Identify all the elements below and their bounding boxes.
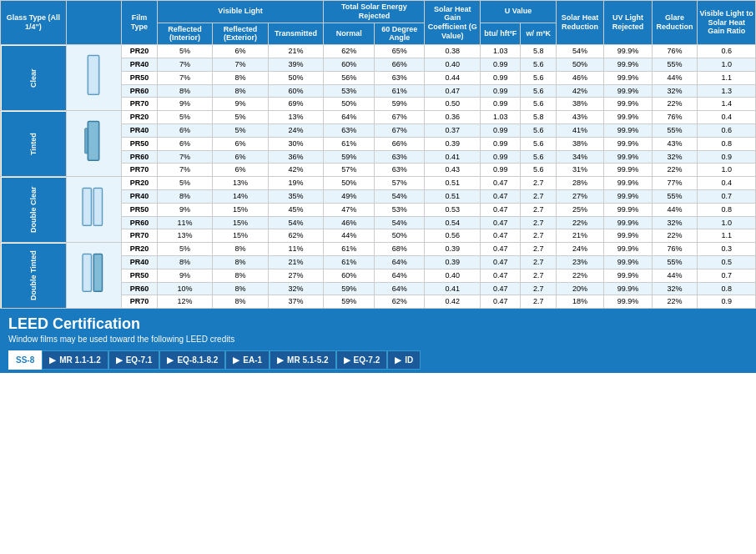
leed-credit-label: EQ-8.1-8.2 bbox=[177, 355, 218, 365]
data-cell-wmk: 2.7 bbox=[521, 269, 556, 282]
data-cell-normal: 61% bbox=[324, 255, 375, 269]
data-cell-trans: 50% bbox=[268, 71, 324, 84]
data-cell-vl_ri: 8% bbox=[157, 189, 213, 203]
glass-type-icon bbox=[66, 111, 122, 177]
leed-credit-item[interactable]: SS-8 bbox=[8, 350, 42, 370]
data-cell-normal: 63% bbox=[324, 123, 375, 137]
leed-arrow-icon: ▶ bbox=[167, 355, 174, 365]
film-type: PR20 bbox=[122, 45, 157, 58]
data-cell-normal: 49% bbox=[324, 189, 375, 203]
col-header-vltsg: Visible Light to Solar Heat Gain Ratio bbox=[698, 1, 756, 45]
leed-credit-item[interactable]: ▶ MR 1.1-1.2 bbox=[42, 350, 108, 370]
data-cell-btu: 0.47 bbox=[481, 255, 521, 269]
data-cell-trans: 60% bbox=[268, 84, 324, 98]
data-cell-wmk: 2.7 bbox=[521, 243, 556, 256]
data-cell-wmk: 2.7 bbox=[521, 177, 556, 190]
data-cell-vltsg: 0.9 bbox=[698, 295, 756, 309]
data-cell-shr: 41% bbox=[556, 123, 604, 137]
leed-credit-item[interactable]: ▶ EQ-8.1-8.2 bbox=[159, 350, 225, 370]
leed-credit-item[interactable]: ▶ ID bbox=[387, 350, 421, 370]
data-cell-glare: 55% bbox=[652, 58, 697, 71]
data-cell-btu: 0.47 bbox=[481, 295, 521, 309]
col-header-uvlr: UV Light Rejected bbox=[604, 1, 653, 45]
data-cell-trans: 62% bbox=[268, 229, 324, 243]
data-cell-vl_ri: 7% bbox=[157, 164, 213, 177]
data-cell-wmk: 2.7 bbox=[521, 229, 556, 243]
data-cell-vltsg: 0.6 bbox=[698, 123, 756, 137]
data-cell-vl_re: 13% bbox=[213, 177, 269, 190]
data-cell-btu: 0.99 bbox=[481, 123, 521, 137]
data-cell-vltsg: 1.3 bbox=[698, 84, 756, 98]
data-cell-shgc: 0.56 bbox=[425, 229, 481, 243]
data-cell-vltsg: 0.8 bbox=[698, 282, 756, 295]
header-row-top: Glass Type (All 1/4") Film Type Visible … bbox=[1, 1, 756, 23]
glass-type-icon bbox=[66, 177, 122, 243]
data-cell-uvlr: 99.9% bbox=[604, 111, 653, 124]
data-cell-vltsg: 0.7 bbox=[698, 269, 756, 282]
col-header-u-value: U Value bbox=[481, 1, 557, 23]
data-cell-btu: 0.47 bbox=[481, 243, 521, 256]
data-cell-glare: 22% bbox=[652, 295, 697, 309]
data-cell-vl_re: 8% bbox=[213, 243, 269, 256]
table-row: Tinted PR205%5%13%64%67%0.361.035.843%99… bbox=[1, 111, 756, 124]
data-cell-trans: 19% bbox=[268, 177, 324, 190]
data-cell-btu: 1.03 bbox=[481, 111, 521, 124]
data-cell-trans: 11% bbox=[268, 243, 324, 256]
leed-arrow-icon: ▶ bbox=[395, 355, 401, 365]
data-cell-vl_ri: 13% bbox=[157, 229, 213, 243]
data-cell-shr: 34% bbox=[556, 150, 604, 164]
film-type: PR50 bbox=[122, 269, 157, 282]
data-cell-vl_re: 15% bbox=[213, 216, 269, 229]
data-cell-wmk: 5.6 bbox=[521, 71, 556, 84]
data-cell-vl_ri: 11% bbox=[157, 216, 213, 229]
data-cell-uvlr: 99.9% bbox=[604, 282, 653, 295]
data-cell-shr: 24% bbox=[556, 243, 604, 256]
data-cell-glare: 44% bbox=[652, 269, 697, 282]
table-body: Clear PR205%6%21%62%65%0.381.035.854%99.… bbox=[1, 45, 756, 309]
data-cell-glare: 44% bbox=[652, 203, 697, 216]
data-cell-vl_re: 8% bbox=[213, 255, 269, 269]
data-cell-normal: 61% bbox=[324, 243, 375, 256]
leed-credit-item[interactable]: ▶ EQ-7.2 bbox=[336, 350, 388, 370]
data-cell-vl_re: 8% bbox=[213, 295, 269, 309]
data-cell-glare: 44% bbox=[652, 71, 697, 84]
data-cell-wmk: 5.8 bbox=[521, 111, 556, 124]
data-cell-wmk: 5.6 bbox=[521, 150, 556, 164]
data-cell-normal: 61% bbox=[324, 137, 375, 150]
data-cell-wmk: 2.7 bbox=[521, 255, 556, 269]
leed-credit-item[interactable]: ▶ MR 5.1-5.2 bbox=[270, 350, 335, 370]
data-cell-uvlr: 99.9% bbox=[604, 84, 653, 98]
leed-credit-item[interactable]: ▶ EA-1 bbox=[225, 350, 270, 370]
data-cell-trans: 37% bbox=[268, 295, 324, 309]
data-cell-glare: 76% bbox=[652, 243, 697, 256]
data-cell-shgc: 0.41 bbox=[425, 282, 481, 295]
film-type: PR50 bbox=[122, 203, 157, 216]
data-cell-deg60: 63% bbox=[374, 71, 425, 84]
data-cell-btu: 0.47 bbox=[481, 216, 521, 229]
data-cell-vl_ri: 7% bbox=[157, 58, 213, 71]
data-cell-vltsg: 0.8 bbox=[698, 203, 756, 216]
data-cell-glare: 76% bbox=[652, 111, 697, 124]
leed-arrow-icon: ▶ bbox=[233, 355, 239, 365]
data-cell-vl_re: 15% bbox=[213, 203, 269, 216]
leed-credit-item[interactable]: ▶ EQ-7.1 bbox=[108, 350, 160, 370]
data-cell-vltsg: 1.0 bbox=[698, 58, 756, 71]
data-cell-uvlr: 99.9% bbox=[604, 150, 653, 164]
svg-rect-12 bbox=[95, 255, 101, 290]
data-cell-vl_re: 5% bbox=[213, 111, 269, 124]
data-cell-wmk: 5.6 bbox=[521, 137, 556, 150]
col-header-glare: Glare Reduction bbox=[652, 1, 697, 45]
data-cell-normal: 60% bbox=[324, 269, 375, 282]
film-type: PR70 bbox=[122, 164, 157, 177]
data-cell-normal: 59% bbox=[324, 295, 375, 309]
data-cell-normal: 50% bbox=[324, 98, 375, 111]
data-cell-vl_ri: 6% bbox=[157, 123, 213, 137]
data-cell-vl_ri: 5% bbox=[157, 177, 213, 190]
data-cell-btu: 0.99 bbox=[481, 71, 521, 84]
data-cell-shr: 25% bbox=[556, 203, 604, 216]
data-cell-trans: 30% bbox=[268, 137, 324, 150]
data-cell-shr: 38% bbox=[556, 98, 604, 111]
col-header-icon bbox=[66, 1, 122, 45]
data-cell-deg60: 53% bbox=[374, 203, 425, 216]
data-cell-btu: 0.99 bbox=[481, 98, 521, 111]
